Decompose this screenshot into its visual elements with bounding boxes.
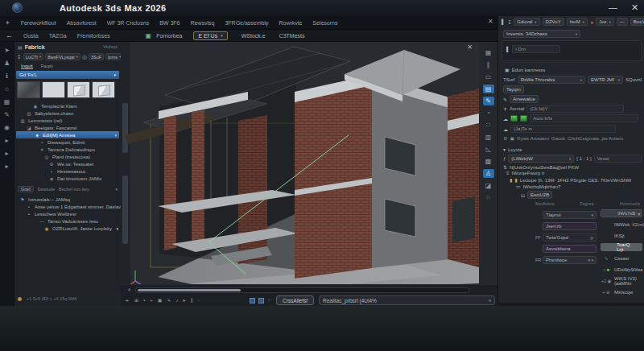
asmtal-field[interactable]: (Ck fa)Y — [526, 105, 624, 113]
thumbnail[interactable] — [67, 81, 90, 98]
tree-item[interactable]: ▪ Lesschew Welltresr — [14, 210, 121, 217]
group-header[interactable]: Gd 'Fs'L ▾ — [16, 71, 119, 79]
slash-icon[interactable]: ∥ — [483, 60, 494, 69]
tree-item[interactable]: ◎ Plard (trestscosa) — [14, 153, 121, 160]
param-row[interactable]: +1 ◉ WIKS IV2)(aaMNn — [601, 277, 642, 285]
param-field[interactable]: FF Twta'Gqsd ◎ — [535, 233, 597, 242]
red-sphere-icon[interactable]: ● — [590, 19, 593, 25]
param-field[interactable]: Jserrzb — [535, 222, 597, 230]
loyvte-section[interactable]: ▾ Loyvte — [503, 147, 522, 152]
panel-icon-active[interactable]: ▤ — [483, 85, 494, 93]
viewport[interactable]: ✕ — [121, 42, 479, 306]
grid-icon[interactable]: ▦ — [4, 98, 10, 105]
dzvuy-button[interactable]: DZVuY — [543, 18, 564, 26]
checkbox-icon[interactable]: ▣ — [505, 67, 510, 72]
green-cube-icon[interactable] — [510, 115, 518, 122]
monitor-icon[interactable]: ▭ — [483, 72, 494, 81]
utility-label[interactable]: Gacck — [551, 136, 565, 141]
section-chip[interactable]: Grail — [18, 186, 34, 192]
panel-button[interactable]: 3SuF — [89, 53, 104, 60]
playback-icon[interactable]: ▸ — [183, 297, 185, 303]
jate-field[interactable]: (Ja)Te ▪▪ — [510, 125, 616, 133]
param-curve[interactable]: ∿ Cssasr — [601, 254, 642, 262]
param-row[interactable]: + ⊖ Mstscqw — [601, 288, 642, 296]
stack-icon[interactable]: ∷ — [483, 121, 494, 130]
tree-item[interactable]: ▪ Asse yelow 1 Edgarbast simmer. Daslave… — [14, 203, 121, 210]
record-dot-icon[interactable]: ● — [267, 296, 270, 302]
bricks-icon[interactable]: ▥ — [483, 133, 494, 142]
isom-dropdown[interactable]: IsoM▾ — [567, 18, 588, 26]
esct-row[interactable]: ⊡ EsctU2B — [521, 191, 552, 199]
menu-item[interactable]: Selesorns — [312, 20, 337, 26]
minus-button[interactable]: — — [617, 18, 628, 26]
tree-item[interactable]: ▪ Hesseeasout — [14, 167, 121, 175]
options-dropdown[interactable]: Ipms▾▾ — [105, 53, 121, 60]
layout-dropdown[interactable]: BwsFVLysqat▾ — [45, 53, 80, 60]
toggle-square-icon[interactable] — [250, 298, 255, 304]
viewport-bar-button[interactable]: C3TMests — [279, 33, 305, 39]
tree-item[interactable]: — Tansu Vadcansses /esu — [14, 217, 121, 225]
playback-icon[interactable]: ⊞ — [134, 297, 138, 303]
param-label[interactable]: IKSjt — [601, 232, 642, 240]
tsurf-dropdown-1[interactable]: RsWa Throralss▾ — [518, 76, 585, 84]
select-arrow-icon[interactable]: ➤ — [4, 47, 10, 54]
time-slider[interactable] — [135, 287, 469, 293]
panel-close-icon[interactable]: ✕ — [488, 18, 493, 25]
playback-icon[interactable]: ↳ — [167, 297, 171, 303]
iwschq-row[interactable]: ▭ IWschqMqltrhanT — [516, 184, 561, 189]
gduval-dropdown[interactable]: Gduval▾ — [514, 18, 539, 26]
menu-item[interactable]: 3FRGe/assembly — [225, 20, 268, 26]
veset-field[interactable]: Veset — [594, 155, 642, 163]
tree-item[interactable]: ≈ Diewsquet, Edinti — [14, 138, 121, 146]
param-dropdown[interactable]: 3Ws7sB ▾ — [601, 209, 642, 217]
cloud-icon[interactable]: ☁ — [503, 126, 508, 132]
camera-icon[interactable]: ◉ — [4, 124, 10, 131]
param-field[interactable]: Asvsddwna — [535, 245, 597, 253]
thumbnail[interactable] — [17, 81, 40, 98]
hatch-icon[interactable]: ▩ — [483, 157, 494, 166]
njunk-row[interactable]: ⇅ NjUnkOnlyvsuSwsBaq[]wrl FKW — [503, 164, 579, 170]
bar-icon[interactable]: ▌ — [502, 19, 505, 24]
tree-item[interactable]: ◪ Beelgats: Fascatnsl — [14, 124, 121, 131]
iworq-row[interactable]: ≡ IWorqeFworp lr — [506, 171, 544, 176]
playback-icon[interactable]: + — [150, 298, 153, 303]
tree-item-selected[interactable]: ◈ Edit[M] Amstea ▾ — [16, 131, 119, 138]
viewport-canvas[interactable] — [121, 42, 479, 306]
clock-icon[interactable]: ◔ — [483, 109, 494, 118]
tab-faqst[interactable]: Faqst — [41, 64, 53, 68]
thumbnail[interactable] — [42, 81, 65, 98]
gear-icon[interactable]: ⚙ — [503, 135, 507, 141]
tree-item[interactable]: ◈ Dat timortusm JAMix — [14, 175, 121, 182]
edurt-row[interactable]: ▣ Edurt kantresss — [505, 67, 545, 72]
awst-field[interactable]: Awst b/ls — [530, 114, 638, 122]
jus-dropdown[interactable]: Jus▾ — [596, 18, 614, 26]
grid-icon[interactable]: ▦ — [483, 48, 494, 57]
param-row[interactable]: ∷ ■ UDsWp9/ifea — [601, 266, 642, 274]
playback-icon[interactable]: ♪ — [175, 298, 178, 303]
toolbar-tab[interactable]: TAZGa — [49, 33, 67, 39]
flag-icon[interactable]: ◪ — [483, 181, 494, 190]
back-arrow-icon[interactable]: ← — [6, 31, 13, 39]
anchor-icon[interactable]: ↧ — [17, 54, 22, 60]
playback-icon[interactable]: ↞ — [126, 297, 130, 303]
home-icon[interactable]: ⌂ — [5, 85, 9, 93]
menu-item[interactable]: WF 3R Cnclusns — [107, 20, 150, 26]
globe-icon[interactable]: ◎ — [82, 54, 87, 60]
thumbnail[interactable] — [92, 81, 115, 98]
cloud-icon[interactable]: ☁ — [503, 116, 508, 122]
param-box[interactable]: Twta'Gqsd ◎ — [543, 233, 597, 242]
green-cube-icon[interactable] — [520, 115, 527, 122]
tayqm-button[interactable]: Tayqm — [503, 85, 524, 93]
time-slider-handle[interactable] — [138, 289, 241, 291]
person-icon[interactable]: ♟ — [4, 60, 10, 67]
tree-item[interactable]: ◉ OZRLusclifi. Jasse Lorplsky ▾ — [14, 225, 121, 232]
horse-icon[interactable]: ♘ — [483, 193, 494, 202]
render-preset-dropdown[interactable]: Realitac_prbsrt (4Ul4% ▾ — [319, 295, 495, 305]
param-box[interactable]: Phsrdwce ▾ ▾ — [543, 256, 597, 264]
param-dropdown[interactable]: FR Phsrdwce ▾ ▾ — [535, 256, 597, 264]
menu-item[interactable]: Rowrkvle — [279, 20, 302, 26]
tree-item[interactable]: ✦ Tamsca Delicatedrspo — [14, 146, 121, 153]
edit-pen-icon[interactable]: ✎ — [4, 111, 10, 118]
close-button[interactable]: ✕ — [631, 2, 638, 13]
param-dropdown[interactable]: Tlajrrot ▾ — [535, 211, 597, 219]
